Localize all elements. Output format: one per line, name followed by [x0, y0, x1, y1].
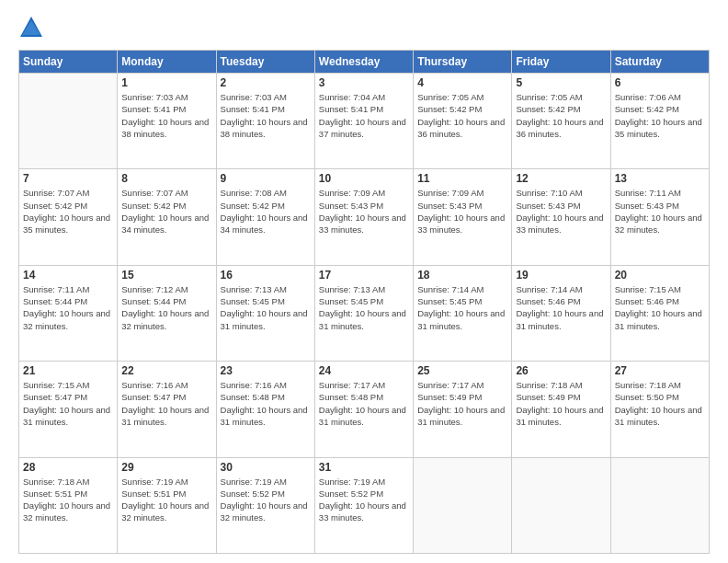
calendar-cell: 31 Sunrise: 7:19 AMSunset: 5:52 PMDaylig…	[314, 457, 413, 553]
calendar-cell: 7 Sunrise: 7:07 AMSunset: 5:42 PMDayligh…	[19, 169, 118, 265]
day-info: Sunrise: 7:18 AMSunset: 5:51 PMDaylight:…	[23, 476, 113, 524]
weekday-header-row: SundayMondayTuesdayWednesdayThursdayFrid…	[19, 51, 710, 74]
day-number: 9	[221, 172, 311, 185]
logo	[18, 15, 48, 40]
day-info: Sunrise: 7:07 AMSunset: 5:42 PMDaylight:…	[121, 187, 211, 236]
day-number: 23	[221, 364, 311, 377]
day-info: Sunrise: 7:05 AMSunset: 5:42 PMDaylight:…	[516, 91, 606, 140]
calendar-cell: 19 Sunrise: 7:14 AMSunset: 5:46 PMDaylig…	[512, 265, 610, 361]
day-info: Sunrise: 7:06 AMSunset: 5:42 PMDaylight:…	[615, 91, 705, 140]
calendar-cell: 22 Sunrise: 7:16 AMSunset: 5:47 PMDaylig…	[118, 362, 216, 457]
day-info: Sunrise: 7:15 AMSunset: 5:46 PMDaylight:…	[615, 283, 705, 332]
day-info: Sunrise: 7:16 AMSunset: 5:48 PMDaylight:…	[221, 379, 311, 428]
day-number: 31	[319, 461, 409, 474]
day-number: 15	[121, 269, 211, 282]
calendar-cell: 15 Sunrise: 7:12 AMSunset: 5:44 PMDaylig…	[118, 265, 216, 361]
calendar-cell: 4 Sunrise: 7:05 AMSunset: 5:42 PMDayligh…	[414, 74, 512, 169]
day-info: Sunrise: 7:17 AMSunset: 5:48 PMDaylight:…	[319, 379, 409, 428]
day-number: 11	[417, 172, 507, 185]
day-info: Sunrise: 7:19 AMSunset: 5:51 PMDaylight:…	[121, 476, 211, 524]
day-info: Sunrise: 7:05 AMSunset: 5:42 PMDaylight:…	[417, 91, 507, 140]
day-info: Sunrise: 7:11 AMSunset: 5:44 PMDaylight:…	[23, 283, 113, 332]
day-number: 19	[516, 269, 606, 282]
calendar-table: SundayMondayTuesdayWednesdayThursdayFrid…	[18, 50, 710, 554]
calendar-cell: 18 Sunrise: 7:14 AMSunset: 5:45 PMDaylig…	[414, 265, 512, 361]
day-info: Sunrise: 7:09 AMSunset: 5:43 PMDaylight:…	[417, 187, 507, 236]
day-number: 5	[516, 76, 606, 89]
day-number: 21	[23, 364, 113, 377]
calendar-cell: 29 Sunrise: 7:19 AMSunset: 5:51 PMDaylig…	[118, 457, 216, 553]
weekday-header-sunday: Sunday	[19, 51, 118, 74]
weekday-header-friday: Friday	[512, 51, 610, 74]
calendar-cell: 8 Sunrise: 7:07 AMSunset: 5:42 PMDayligh…	[118, 169, 216, 265]
day-info: Sunrise: 7:11 AMSunset: 5:43 PMDaylight:…	[615, 187, 705, 236]
calendar-cell: 17 Sunrise: 7:13 AMSunset: 5:45 PMDaylig…	[314, 265, 413, 361]
calendar-week-5: 28 Sunrise: 7:18 AMSunset: 5:51 PMDaylig…	[19, 457, 710, 553]
day-number: 8	[121, 172, 211, 185]
svg-marker-1	[22, 20, 40, 35]
day-number: 12	[516, 172, 606, 185]
weekday-header-wednesday: Wednesday	[314, 51, 413, 74]
day-number: 26	[516, 364, 606, 377]
day-number: 4	[417, 76, 507, 89]
header	[18, 15, 710, 40]
day-number: 3	[319, 76, 409, 89]
calendar-week-2: 7 Sunrise: 7:07 AMSunset: 5:42 PMDayligh…	[19, 169, 710, 265]
day-number: 1	[121, 76, 211, 89]
page: SundayMondayTuesdayWednesdayThursdayFrid…	[0, 0, 728, 563]
calendar-cell: 5 Sunrise: 7:05 AMSunset: 5:42 PMDayligh…	[512, 74, 610, 169]
calendar-cell: 6 Sunrise: 7:06 AMSunset: 5:42 PMDayligh…	[610, 74, 709, 169]
day-number: 14	[23, 269, 113, 282]
calendar-cell: 16 Sunrise: 7:13 AMSunset: 5:45 PMDaylig…	[216, 265, 314, 361]
calendar-week-4: 21 Sunrise: 7:15 AMSunset: 5:47 PMDaylig…	[19, 362, 710, 457]
day-info: Sunrise: 7:13 AMSunset: 5:45 PMDaylight:…	[319, 283, 409, 332]
calendar-header: SundayMondayTuesdayWednesdayThursdayFrid…	[19, 51, 710, 74]
day-number: 20	[615, 269, 705, 282]
weekday-header-tuesday: Tuesday	[216, 51, 314, 74]
calendar-cell: 26 Sunrise: 7:18 AMSunset: 5:49 PMDaylig…	[512, 362, 610, 457]
day-number: 6	[615, 76, 705, 89]
day-info: Sunrise: 7:08 AMSunset: 5:42 PMDaylight:…	[221, 187, 311, 236]
day-number: 2	[221, 76, 311, 89]
logo-icon	[18, 15, 44, 40]
calendar-cell: 12 Sunrise: 7:10 AMSunset: 5:43 PMDaylig…	[512, 169, 610, 265]
calendar-cell	[512, 457, 610, 553]
calendar-cell: 28 Sunrise: 7:18 AMSunset: 5:51 PMDaylig…	[19, 457, 118, 553]
calendar-cell	[610, 457, 709, 553]
calendar-cell: 14 Sunrise: 7:11 AMSunset: 5:44 PMDaylig…	[19, 265, 118, 361]
day-number: 27	[615, 364, 705, 377]
day-info: Sunrise: 7:15 AMSunset: 5:47 PMDaylight:…	[23, 379, 113, 428]
day-info: Sunrise: 7:13 AMSunset: 5:45 PMDaylight:…	[221, 283, 311, 332]
weekday-header-monday: Monday	[118, 51, 216, 74]
day-number: 13	[615, 172, 705, 185]
calendar-cell: 9 Sunrise: 7:08 AMSunset: 5:42 PMDayligh…	[216, 169, 314, 265]
day-number: 7	[23, 172, 113, 185]
day-number: 29	[121, 461, 211, 474]
calendar-cell: 13 Sunrise: 7:11 AMSunset: 5:43 PMDaylig…	[610, 169, 709, 265]
calendar-body: 1 Sunrise: 7:03 AMSunset: 5:41 PMDayligh…	[19, 74, 710, 554]
calendar-cell: 2 Sunrise: 7:03 AMSunset: 5:41 PMDayligh…	[216, 74, 314, 169]
calendar-week-3: 14 Sunrise: 7:11 AMSunset: 5:44 PMDaylig…	[19, 265, 710, 361]
day-info: Sunrise: 7:09 AMSunset: 5:43 PMDaylight:…	[319, 187, 409, 236]
day-info: Sunrise: 7:16 AMSunset: 5:47 PMDaylight:…	[121, 379, 211, 428]
day-info: Sunrise: 7:19 AMSunset: 5:52 PMDaylight:…	[221, 476, 311, 524]
day-info: Sunrise: 7:12 AMSunset: 5:44 PMDaylight:…	[121, 283, 211, 332]
calendar-cell: 24 Sunrise: 7:17 AMSunset: 5:48 PMDaylig…	[314, 362, 413, 457]
day-info: Sunrise: 7:07 AMSunset: 5:42 PMDaylight:…	[23, 187, 113, 236]
day-info: Sunrise: 7:04 AMSunset: 5:41 PMDaylight:…	[319, 91, 409, 140]
day-number: 25	[417, 364, 507, 377]
calendar-cell: 20 Sunrise: 7:15 AMSunset: 5:46 PMDaylig…	[610, 265, 709, 361]
calendar-cell	[19, 74, 118, 169]
calendar-week-1: 1 Sunrise: 7:03 AMSunset: 5:41 PMDayligh…	[19, 74, 710, 169]
weekday-header-thursday: Thursday	[414, 51, 512, 74]
weekday-header-saturday: Saturday	[610, 51, 709, 74]
calendar-cell: 25 Sunrise: 7:17 AMSunset: 5:49 PMDaylig…	[414, 362, 512, 457]
day-info: Sunrise: 7:03 AMSunset: 5:41 PMDaylight:…	[121, 91, 211, 140]
calendar-cell: 10 Sunrise: 7:09 AMSunset: 5:43 PMDaylig…	[314, 169, 413, 265]
calendar-cell: 3 Sunrise: 7:04 AMSunset: 5:41 PMDayligh…	[314, 74, 413, 169]
day-info: Sunrise: 7:18 AMSunset: 5:49 PMDaylight:…	[516, 379, 606, 428]
calendar-cell: 1 Sunrise: 7:03 AMSunset: 5:41 PMDayligh…	[118, 74, 216, 169]
day-info: Sunrise: 7:03 AMSunset: 5:41 PMDaylight:…	[221, 91, 311, 140]
day-number: 17	[319, 269, 409, 282]
day-number: 22	[121, 364, 211, 377]
